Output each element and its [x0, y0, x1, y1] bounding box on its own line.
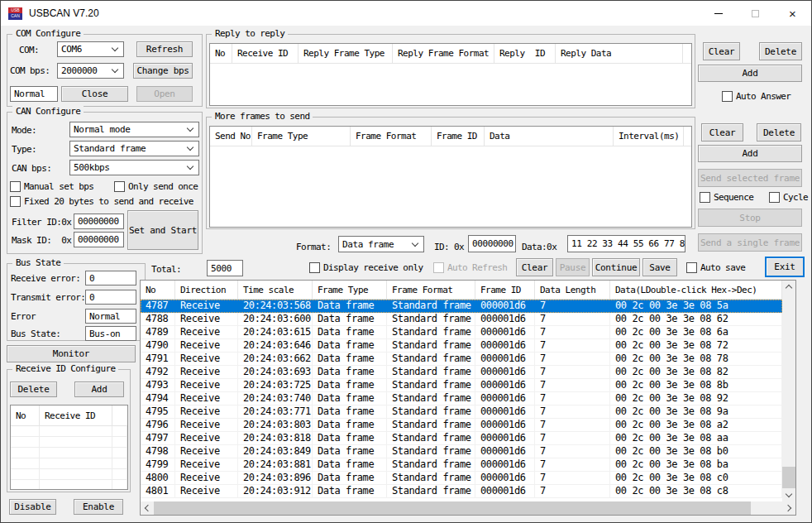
- table-cell: 4790: [141, 339, 175, 353]
- close-button[interactable]: ×: [774, 1, 811, 26]
- mask-id-label: Mask ID: 0x: [12, 235, 71, 247]
- com-port-select[interactable]: COM6: [57, 41, 124, 57]
- reply-add-button[interactable]: Add: [698, 65, 802, 82]
- column-header[interactable]: Frame Format: [387, 281, 475, 299]
- table-row[interactable]: 4792Receive20:24:03:693Data frameStandar…: [141, 366, 782, 379]
- column-header[interactable]: Frame Type: [313, 281, 387, 299]
- receive-id-delete-button[interactable]: Delete: [10, 381, 57, 397]
- column-header[interactable]: Reply Frame Format: [393, 44, 494, 63]
- column-header[interactable]: Time scale: [238, 281, 313, 299]
- scroll-down-button[interactable]: [782, 488, 795, 501]
- table-row[interactable]: 4794Receive20:24:03:740Data frameStandar…: [141, 392, 782, 405]
- auto-answer-checkbox[interactable]: Auto Answer: [722, 91, 791, 102]
- column-header[interactable]: No: [210, 44, 232, 63]
- set-and-start-button[interactable]: Set and Start: [127, 210, 198, 250]
- change-bps-button[interactable]: Change bps: [133, 63, 193, 79]
- more-frames-clear-button[interactable]: Clear: [701, 123, 743, 142]
- table-row[interactable]: 4798Receive20:24:03:849Data frameStandar…: [141, 445, 782, 458]
- column-header[interactable]: No: [11, 405, 40, 425]
- com-bps-select[interactable]: 2000000: [57, 63, 124, 79]
- receive-id-table: NoReceive ID: [10, 405, 128, 490]
- save-button[interactable]: Save: [642, 258, 677, 276]
- more-frames-add-button[interactable]: Add: [698, 145, 802, 162]
- bus-state-title: Bus State: [12, 257, 64, 268]
- scroll-left-button[interactable]: [141, 501, 154, 515]
- filter-id-input[interactable]: 00000000: [74, 214, 124, 229]
- total-input[interactable]: 5000: [207, 260, 243, 276]
- clear-receive-button[interactable]: Clear: [516, 258, 553, 276]
- vertical-scrollbar[interactable]: [782, 281, 795, 501]
- scroll-up-button[interactable]: [782, 281, 795, 294]
- refresh-button[interactable]: Refresh: [136, 41, 193, 57]
- can-bps-select[interactable]: 500kbps: [69, 160, 199, 175]
- horizontal-scrollbar-thumb[interactable]: [154, 501, 751, 515]
- vertical-scrollbar-thumb[interactable]: [782, 467, 795, 488]
- mode-select[interactable]: Normal mode: [69, 122, 199, 137]
- format-select[interactable]: Data frame: [338, 236, 424, 252]
- table-cell: Receive: [175, 379, 238, 392]
- only-send-once-checkbox[interactable]: Only send once: [114, 181, 198, 192]
- table-row[interactable]: 4793Receive20:24:03:725Data frameStandar…: [141, 379, 782, 392]
- column-header[interactable]: Frame ID: [432, 127, 485, 146]
- table-cell: 7: [535, 339, 610, 353]
- send-data-input[interactable]: 11 22 33 44 55 66 77 88: [567, 235, 685, 252]
- table-row[interactable]: 4800Receive20:24:03:896Data frameStandar…: [141, 472, 782, 485]
- column-header[interactable]: Receive ID: [232, 44, 299, 63]
- column-header[interactable]: No: [141, 281, 175, 299]
- scroll-right-button[interactable]: [782, 501, 795, 515]
- table-cell: 20:24:03:600: [238, 313, 313, 326]
- table-row[interactable]: 4795Receive20:24:03:771Data frameStandar…: [141, 405, 782, 419]
- cycle-checkbox[interactable]: Cycle: [769, 192, 808, 203]
- continue-button[interactable]: Continue: [592, 258, 640, 276]
- frame-type-select[interactable]: Standard frame: [69, 141, 199, 156]
- column-header[interactable]: Frame Type: [252, 127, 351, 146]
- table-cell: 00 2c 00 3e 3e 08 62: [610, 313, 782, 326]
- reply-clear-button[interactable]: Clear: [703, 42, 740, 60]
- receive-id-add-button[interactable]: Add: [74, 381, 124, 397]
- table-cell: Standard frame: [387, 405, 475, 419]
- chevron-down-icon: [112, 45, 118, 51]
- column-header[interactable]: Reply Frame Type: [299, 44, 393, 63]
- minimize-button[interactable]: [700, 1, 737, 26]
- column-header[interactable]: Frame Format: [351, 127, 432, 146]
- table-cell: 000001d6: [475, 472, 535, 485]
- column-header[interactable]: Frame ID: [475, 281, 535, 299]
- fixed-20-bytes-checkbox[interactable]: Fixed 20 bytes to send and receive: [10, 196, 193, 207]
- enable-button[interactable]: Enable: [74, 499, 123, 515]
- table-row[interactable]: 4801Receive20:24:03:912Data frameStandar…: [141, 485, 782, 498]
- checkbox-icon: [769, 192, 780, 203]
- table-row[interactable]: 4797Receive20:24:03:818Data frameStandar…: [141, 432, 782, 445]
- table-row[interactable]: 4789Receive20:24:03:615Data frameStandar…: [141, 326, 782, 339]
- sequence-checkbox[interactable]: Sequence: [700, 192, 753, 203]
- mask-id-input[interactable]: 00000000: [74, 232, 124, 247]
- column-header[interactable]: Send No: [210, 127, 252, 146]
- column-header[interactable]: Reply ID: [494, 44, 556, 63]
- more-frames-delete-button[interactable]: Delete: [757, 123, 801, 142]
- table-row[interactable]: 4788Receive20:24:03:600Data frameStandar…: [141, 313, 782, 326]
- com-label: COM:: [19, 45, 39, 56]
- send-id-input[interactable]: 00000000: [468, 235, 516, 252]
- column-header[interactable]: Reply Data: [556, 44, 683, 63]
- close-com-button[interactable]: Close: [61, 86, 128, 102]
- column-header[interactable]: Data: [485, 127, 614, 146]
- table-row[interactable]: 4787Receive20:24:03:568Data frameStandar…: [141, 300, 782, 313]
- monitor-button[interactable]: Monitor: [7, 345, 136, 362]
- disable-button[interactable]: Disable: [9, 499, 56, 515]
- manual-set-bps-checkbox[interactable]: Manual set bps: [10, 181, 93, 192]
- table-row[interactable]: 4791Receive20:24:03:662Data frameStandar…: [141, 353, 782, 366]
- column-header[interactable]: Data(LDouble-click Hex->Dec): [610, 281, 782, 299]
- column-header[interactable]: Interval(ms): [614, 127, 684, 146]
- horizontal-scrollbar[interactable]: [141, 501, 795, 515]
- table-row[interactable]: 4790Receive20:24:03:646Data frameStandar…: [141, 339, 782, 353]
- checkbox-icon: [114, 181, 125, 192]
- column-header[interactable]: Receive ID: [40, 405, 112, 425]
- table-cell: 00 2c 00 3e 3e 08 aa: [610, 432, 782, 445]
- table-row[interactable]: 4796Receive20:24:03:803Data frameStandar…: [141, 419, 782, 432]
- display-receive-only-checkbox[interactable]: Display receive only: [309, 262, 423, 273]
- exit-button[interactable]: Exit: [765, 257, 805, 277]
- table-row[interactable]: 4799Receive20:24:03:881Data frameStandar…: [141, 458, 782, 472]
- column-header[interactable]: Data Length: [535, 281, 610, 299]
- auto-save-checkbox[interactable]: Auto save: [686, 262, 745, 273]
- reply-delete-button[interactable]: Delete: [759, 42, 802, 60]
- column-header[interactable]: Direction: [175, 281, 238, 299]
